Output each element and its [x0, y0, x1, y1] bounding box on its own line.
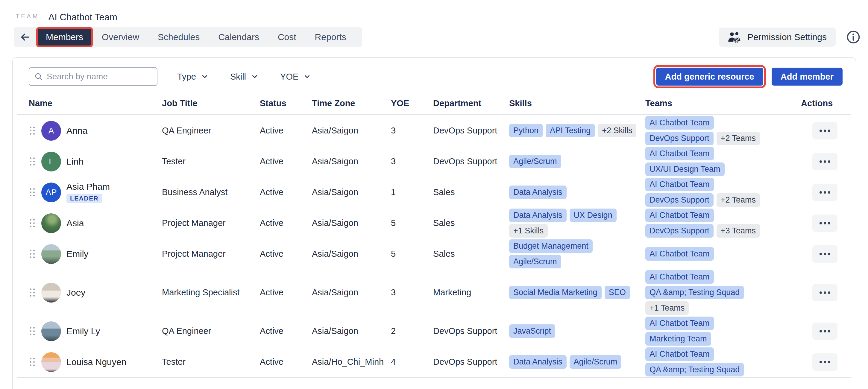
yoe-cell: 5: [391, 249, 433, 259]
team-chip: AI Chatbot Team: [645, 116, 714, 130]
team-cell: AI Chatbot TeamQA &amp; Testing Squad+1 …: [645, 270, 801, 315]
team-chip: AI Chatbot Team: [645, 208, 714, 222]
row-actions-button[interactable]: [812, 246, 837, 263]
skill-cell: Data AnalysisUX Design+1 Skills: [509, 208, 645, 237]
avatar-photo: [41, 213, 61, 233]
add-member-button[interactable]: Add member: [772, 68, 842, 86]
drag-handle-icon[interactable]: [29, 357, 36, 367]
table-row: APAsia PhamLEADERBusiness AnalystActiveA…: [18, 177, 851, 208]
nav-right: Permission Settings: [719, 28, 862, 47]
name-stack: Linh: [66, 157, 84, 167]
team-cell: AI Chatbot TeamMarketing Team: [645, 317, 801, 346]
actions-cell: [801, 246, 851, 263]
tab-schedules[interactable]: Schedules: [150, 29, 208, 45]
row-actions-button[interactable]: [812, 153, 837, 170]
row-actions-button[interactable]: [812, 122, 837, 139]
name-cell: AAnna: [29, 121, 162, 141]
status-cell: Active: [260, 249, 312, 259]
time-zone-cell: Asia/Saigon: [312, 126, 391, 135]
team-chip: QA &amp; Testing Squad: [645, 286, 744, 299]
drag-handle-icon[interactable]: [29, 287, 36, 298]
search-input[interactable]: [47, 72, 152, 82]
drag-handle-icon[interactable]: [29, 249, 36, 259]
avatar-initials: AP: [41, 183, 61, 202]
skill-more-chip[interactable]: +1 Skills: [509, 224, 548, 237]
add-generic-resource-button[interactable]: Add generic resource: [656, 68, 763, 86]
filter-yoe[interactable]: YOE: [280, 72, 311, 82]
team-more-chip[interactable]: +2 Teams: [717, 132, 760, 145]
time-zone-cell: Asia/Ho_Chi_Minh: [312, 357, 391, 367]
column-header-yoe: YOE: [391, 98, 433, 108]
drag-handle-icon[interactable]: [29, 156, 36, 167]
department-cell: Sales: [433, 187, 509, 197]
job-title-cell: QA Engineer: [162, 326, 260, 336]
team-chip: AI Chatbot Team: [645, 178, 714, 191]
permission-settings-button[interactable]: Permission Settings: [719, 28, 836, 47]
table-row: AsiaProject ManagerActiveAsia/Saigon5Sal…: [18, 208, 851, 238]
drag-handle-icon[interactable]: [29, 326, 36, 336]
team-more-chip[interactable]: +1 Teams: [645, 301, 689, 315]
column-header-job-title: Job Title: [162, 98, 260, 108]
status-cell: Active: [260, 288, 312, 297]
department-cell: Sales: [433, 218, 509, 228]
skill-more-chip[interactable]: +2 Skills: [598, 124, 636, 137]
department-cell: DevOps Support: [433, 157, 509, 166]
skill-chip: Social Media Marketing: [509, 286, 601, 299]
status-cell: Active: [260, 357, 312, 367]
status-cell: Active: [260, 218, 312, 228]
name-stack: Emily Ly: [66, 326, 100, 336]
column-header-actions: Actions: [801, 98, 851, 108]
drag-handle-icon[interactable]: [29, 187, 36, 197]
tab-members[interactable]: Members: [38, 29, 91, 45]
column-header-teams: Teams: [645, 98, 801, 108]
team-more-chip[interactable]: +2 Teams: [717, 193, 760, 207]
name-cell: Louisa Nguyen: [29, 352, 162, 372]
department-cell: Marketing: [433, 288, 509, 297]
status-cell: Active: [260, 326, 312, 336]
skill-chip: Python: [509, 124, 542, 137]
yoe-cell: 3: [391, 288, 433, 297]
row-actions-button[interactable]: [812, 353, 837, 371]
tab-cost[interactable]: Cost: [270, 29, 304, 45]
skill-chip: Budget Management: [509, 239, 593, 253]
team-chip: QA &amp; Testing Squad: [645, 363, 744, 377]
row-actions-button[interactable]: [812, 284, 837, 301]
row-actions-button[interactable]: [812, 184, 837, 201]
actions-cell: [801, 353, 851, 371]
filter-type[interactable]: Type: [177, 72, 209, 82]
drag-handle-icon[interactable]: [29, 125, 36, 136]
chevron-down-icon: [303, 73, 311, 80]
tab-reports[interactable]: Reports: [307, 29, 354, 45]
department-cell: DevOps Support: [433, 326, 509, 336]
row-actions-button[interactable]: [812, 323, 837, 340]
status-cell: Active: [260, 157, 312, 166]
info-icon[interactable]: [846, 30, 861, 44]
time-zone-cell: Asia/Saigon: [312, 187, 391, 197]
time-zone-cell: Asia/Saigon: [312, 157, 391, 166]
filter-skill[interactable]: Skill: [230, 72, 258, 82]
avatar-initials: L: [41, 152, 61, 171]
name-cell: Emily: [29, 244, 162, 264]
members-panel: TypeSkillYOE Add generic resource Add me…: [12, 58, 856, 389]
team-chip: DevOps Support: [645, 224, 714, 237]
table-row: EmilyProject ManagerActiveAsia/Saigon5Sa…: [18, 238, 851, 269]
avatar-photo: [41, 352, 61, 372]
tab-overview[interactable]: Overview: [94, 29, 147, 45]
drag-handle-icon[interactable]: [29, 218, 36, 228]
team-more-chip[interactable]: +3 Teams: [717, 224, 760, 237]
name-stack: Anna: [66, 126, 87, 136]
row-actions-button[interactable]: [812, 215, 837, 232]
table-row: LLinhTesterActiveAsia/Saigon3DevOps Supp…: [18, 146, 851, 177]
search-box: [29, 67, 157, 86]
tab-calendars[interactable]: Calendars: [210, 29, 267, 45]
time-zone-cell: Asia/Saigon: [312, 218, 391, 228]
filter-label: Type: [177, 72, 196, 82]
actions-cell: [801, 122, 851, 139]
yoe-cell: 5: [391, 218, 433, 228]
back-button[interactable]: [18, 32, 35, 42]
job-title-cell: Project Manager: [162, 218, 260, 228]
time-zone-cell: Asia/Saigon: [312, 288, 391, 297]
team-chip: UX/UI Design Team: [645, 162, 725, 176]
filters: TypeSkillYOE: [177, 72, 311, 82]
page-title: AI Chatbot Team: [49, 12, 117, 23]
